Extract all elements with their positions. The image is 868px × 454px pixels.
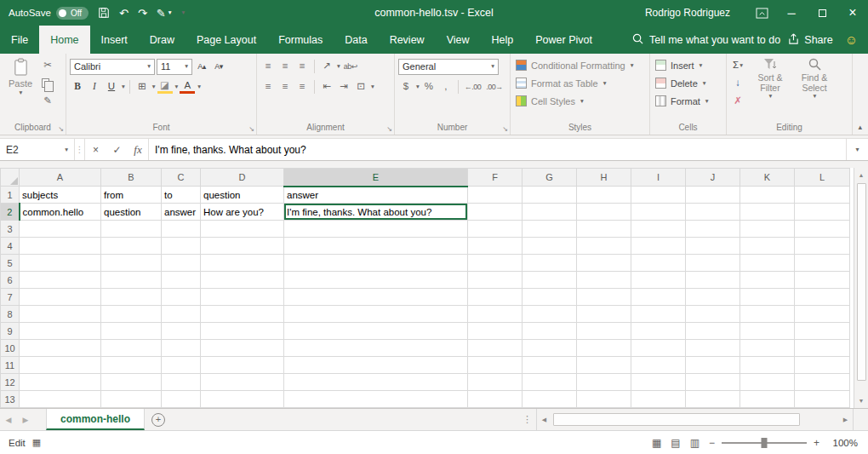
tab-draw[interactable]: Draw (139, 26, 186, 54)
cell[interactable] (740, 306, 795, 323)
font-dialog-launcher-icon[interactable]: ↘ (248, 126, 254, 133)
cell[interactable] (20, 323, 101, 340)
column-header-K[interactable]: K (740, 169, 795, 187)
cell[interactable] (201, 238, 284, 255)
cell[interactable] (523, 374, 577, 391)
font-size-select[interactable]: 11 ▾ (157, 59, 192, 75)
cell[interactable] (686, 340, 740, 357)
cell[interactable] (740, 289, 795, 306)
inking-icon[interactable]: ✎ ▾ (157, 8, 172, 19)
cell[interactable] (523, 306, 577, 323)
cell[interactable] (20, 255, 101, 272)
cell[interactable] (162, 306, 201, 323)
cell[interactable] (20, 340, 101, 357)
tell-me-search[interactable]: Tell me what you want to do (632, 26, 780, 54)
cell[interactable] (20, 289, 101, 306)
cell[interactable] (284, 323, 468, 340)
sheet-nav-left-icon[interactable]: ◀ (0, 409, 17, 430)
cell[interactable] (162, 340, 201, 357)
cell[interactable] (468, 391, 523, 408)
cell[interactable] (523, 391, 577, 408)
borders-icon[interactable]: ⊞ (134, 78, 150, 96)
cell[interactable] (523, 238, 577, 255)
collapse-ribbon-icon[interactable]: ▴ (858, 123, 862, 131)
cell[interactable] (686, 323, 740, 340)
cell[interactable] (101, 306, 162, 323)
cell[interactable] (468, 289, 523, 306)
cell[interactable] (523, 357, 577, 374)
align-bottom-icon[interactable]: ≡ (294, 58, 310, 76)
cell[interactable] (686, 221, 740, 238)
cell[interactable] (101, 255, 162, 272)
cell[interactable] (468, 340, 523, 357)
autosum-button[interactable]: Σ▾ (730, 56, 745, 74)
cell[interactable] (795, 238, 850, 255)
accounting-format-icon[interactable]: $ (398, 78, 414, 96)
sheet-tab-common-hello[interactable]: common-hello (46, 409, 145, 430)
maximize-button[interactable] (807, 0, 837, 26)
zoom-level[interactable]: 100% (829, 438, 858, 448)
cell-A2[interactable]: common.hello (20, 204, 101, 221)
cell[interactable] (201, 323, 284, 340)
cell[interactable] (284, 238, 468, 255)
cell[interactable] (740, 221, 795, 238)
cell-C2[interactable]: answer (162, 204, 201, 221)
find-select-button[interactable]: Find & Select ▾ (792, 56, 837, 110)
percent-style-icon[interactable]: % (421, 78, 437, 96)
align-center-icon[interactable]: ≡ (277, 78, 293, 96)
scroll-right-icon[interactable]: ▶ (838, 417, 853, 423)
scroll-left-icon[interactable]: ◀ (537, 417, 551, 423)
cell[interactable] (740, 255, 795, 272)
cell[interactable] (577, 255, 631, 272)
scroll-down-icon[interactable]: ▼ (854, 394, 868, 408)
undo-icon[interactable]: ↶ (119, 8, 128, 19)
cell[interactable] (468, 255, 523, 272)
cell[interactable] (795, 204, 850, 221)
vertical-scrollbar-track[interactable] (857, 382, 866, 394)
row-header-6[interactable]: 6 (1, 272, 20, 289)
tab-formulas[interactable]: Formulas (267, 26, 334, 54)
row-header-3[interactable]: 3 (1, 221, 20, 238)
cell[interactable] (631, 204, 686, 221)
clear-icon[interactable]: ✗ (730, 92, 745, 110)
merge-center-icon[interactable]: ⊡ (353, 78, 368, 96)
cell-E2-selected[interactable]: I'm fine, thanks. What about you? (284, 204, 468, 221)
row-header-8[interactable]: 8 (1, 306, 20, 323)
name-box[interactable]: E2 ▾ (0, 139, 75, 160)
cell[interactable] (101, 323, 162, 340)
cell[interactable] (101, 272, 162, 289)
zoom-slider[interactable] (722, 442, 807, 444)
cell-styles-button[interactable]: Cell Styles ▾ (514, 92, 646, 110)
cell[interactable] (631, 357, 686, 374)
underline-button[interactable]: U (104, 78, 119, 96)
cell[interactable] (162, 272, 201, 289)
column-header-A[interactable]: A (20, 169, 101, 187)
row-header-1[interactable]: 1 (1, 187, 20, 204)
cell[interactable] (523, 323, 577, 340)
cell-D2[interactable]: How are you? (201, 204, 284, 221)
cell[interactable] (284, 272, 468, 289)
align-middle-icon[interactable]: ≡ (277, 58, 293, 76)
autosave-pill[interactable]: Off (56, 7, 89, 20)
expand-formula-bar-icon[interactable]: ▾ (846, 139, 868, 160)
cell[interactable] (686, 255, 740, 272)
format-as-table-button[interactable]: Format as Table ▾ (514, 74, 646, 92)
column-header-H[interactable]: H (577, 169, 631, 187)
row-header-13[interactable]: 13 (1, 391, 20, 408)
cell[interactable] (631, 289, 686, 306)
cell[interactable] (284, 391, 468, 408)
cell[interactable] (162, 238, 201, 255)
cell[interactable] (201, 255, 284, 272)
cancel-entry-icon[interactable]: × (85, 139, 106, 160)
font-name-select[interactable]: Calibri ▾ (70, 59, 155, 75)
cell[interactable] (468, 272, 523, 289)
cell[interactable] (201, 306, 284, 323)
cell[interactable] (201, 272, 284, 289)
cell[interactable] (284, 255, 468, 272)
cell[interactable] (20, 357, 101, 374)
cell[interactable] (686, 238, 740, 255)
tab-review[interactable]: Review (379, 26, 436, 54)
cell[interactable] (201, 340, 284, 357)
number-dialog-launcher-icon[interactable]: ↘ (502, 126, 508, 133)
cell[interactable] (20, 221, 101, 238)
